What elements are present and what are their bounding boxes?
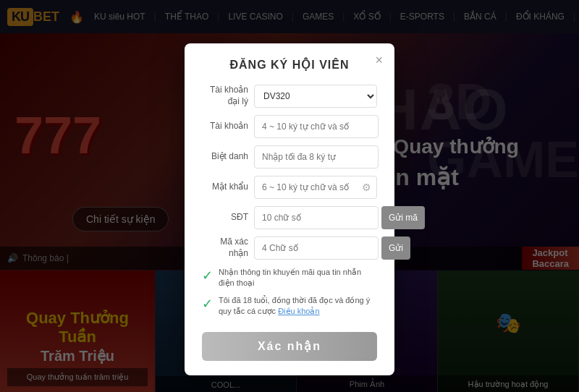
check-row-0: ✓ Nhận thông tin khuyến mãi qua tin nhắn… — [202, 267, 377, 289]
form-row-maxacnhan: Mã xác nhận Gửi — [202, 237, 377, 260]
btn-send-sdt[interactable]: Gửi mã — [381, 206, 425, 229]
form-row-taikhoan: Tài khoản — [202, 115, 377, 138]
btn-send-code[interactable]: Gửi — [381, 237, 410, 260]
register-modal: ĐĂNG KÝ HỘI VIÊN × Tài khoản đại lý DV32… — [185, 43, 394, 375]
label-maxacnhan: Mã xác nhận — [202, 237, 248, 259]
modal-overlay: ĐĂNG KÝ HỘI VIÊN × Tài khoản đại lý DV32… — [0, 0, 579, 392]
label-bietdanh: Biệt danh — [202, 151, 248, 163]
check-icon-0: ✓ — [202, 268, 213, 284]
form-row-matkhau: Mật khẩu ⚙ — [202, 176, 377, 199]
label-daily: Tài khoản đại lý — [202, 85, 248, 107]
form-row-sdt: SĐT Gửi mã — [202, 206, 377, 229]
select-daily[interactable]: DV320 — [254, 85, 377, 108]
input-sdt[interactable] — [254, 206, 379, 229]
form-row-bietdanh: Biệt danh — [202, 145, 377, 169]
sdt-input-group: Gửi mã — [254, 206, 425, 229]
matkhau-eye-wrapper: ⚙ — [254, 176, 377, 199]
label-sdt: SĐT — [202, 212, 248, 223]
input-matkhau[interactable] — [254, 176, 377, 199]
form-row-daily: Tài khoản đại lý DV320 — [202, 85, 377, 108]
modal-close-button[interactable]: × — [375, 54, 383, 67]
check-row-1: ✓ Tôi đã 18 tuổi, đồng thời đã đọc và đồ… — [202, 295, 377, 318]
label-matkhau: Mật khẩu — [202, 182, 248, 193]
check-text-1: Tôi đã 18 tuổi, đồng thời đã đọc và đồng… — [219, 295, 377, 318]
dieu-khoan-link[interactable]: Điều khoản — [278, 307, 319, 315]
input-taikhoan[interactable] — [254, 115, 379, 138]
maxacnhan-input-group: Gửi — [254, 237, 410, 260]
modal-title: ĐĂNG KÝ HỘI VIÊN — [202, 58, 377, 72]
eye-icon[interactable]: ⚙ — [362, 182, 371, 193]
check-icon-1: ✓ — [202, 296, 213, 312]
checks-section: ✓ Nhận thông tin khuyến mãi qua tin nhắn… — [202, 267, 377, 318]
input-maxacnhan[interactable] — [254, 237, 379, 260]
label-taikhoan: Tài khoản — [202, 121, 248, 132]
input-bietdanh[interactable] — [254, 145, 379, 169]
check-text-0: Nhận thông tin khuyến mãi qua tin nhắn đ… — [219, 267, 377, 289]
submit-button[interactable]: Xác nhận — [202, 332, 377, 361]
